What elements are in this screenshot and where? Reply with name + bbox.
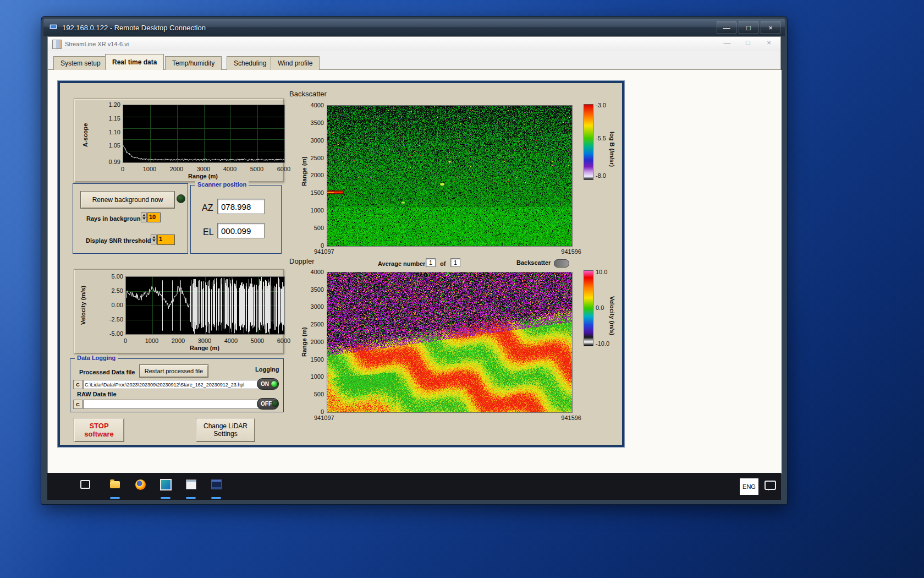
tab-wind-profile[interactable]: Wind profile	[271, 56, 320, 70]
tick-label: 2.50	[101, 287, 123, 294]
processed-path-input[interactable]	[83, 380, 266, 389]
terminal-running-indicator	[211, 497, 221, 499]
rays-spinner[interactable]	[141, 212, 147, 222]
doppler-title: Doppler	[289, 257, 315, 265]
ascope-plot-canvas	[123, 105, 285, 163]
remote-desktop: StreamLine XR v14-6.vi — □ × System setu…	[43, 36, 785, 500]
snr-spinner[interactable]	[151, 235, 157, 244]
tick-label: -3.0	[596, 102, 606, 108]
tick-label: -10.0	[596, 340, 609, 347]
el-value-field[interactable]: 000.099	[217, 223, 265, 238]
taskbar: ENG	[47, 473, 781, 500]
az-value-field[interactable]: 078.998	[217, 199, 265, 214]
backscatter-display-toggle[interactable]	[554, 259, 569, 268]
tick-label: 1.20	[98, 101, 120, 108]
photos-running-indicator	[161, 497, 170, 499]
rays-in-background-label: Rays in background	[86, 215, 144, 222]
average-of-field[interactable]: 1	[450, 258, 460, 267]
app-close-button[interactable]: ×	[763, 39, 775, 47]
raw-data-file-label: RAW Data file	[77, 391, 117, 397]
ascope-graph-group: A-scope 1.20 1.15 1.10 1.05 0.99 0 1000 …	[74, 99, 284, 182]
tick-label: 2000	[169, 337, 188, 344]
rdp-close-button[interactable]: ×	[761, 21, 780, 34]
tick-label: 5000	[248, 337, 267, 344]
terminal-app-icon[interactable]	[210, 478, 222, 490]
tick-label: 3000	[305, 303, 324, 310]
scan-scheduler-app-icon[interactable]	[185, 478, 197, 490]
restart-processed-file-button[interactable]: Restart processed file	[139, 364, 208, 378]
app-minimize-button[interactable]: —	[721, 39, 733, 47]
tick-label: 3000	[305, 137, 324, 144]
velocity-plot-canvas	[125, 276, 285, 335]
app-title: StreamLine XR v14-6.vi	[65, 41, 129, 47]
tab-bar: System setup Real time data Temp/humidit…	[48, 51, 780, 70]
tick-label: 4000	[305, 102, 324, 108]
stop-software-line1: STOP	[89, 422, 108, 430]
doppler-x-start: 941097	[314, 415, 347, 421]
snr-threshold-label: Display SNR threshold	[86, 237, 151, 244]
stop-software-line2: software	[84, 430, 113, 438]
snr-value-field[interactable]: 1	[157, 235, 175, 245]
tick-label: 5000	[248, 166, 266, 172]
tick-label: -8.0	[596, 172, 606, 179]
tick-label: 0.00	[101, 302, 123, 308]
renew-background-button[interactable]: Renew background now	[80, 191, 175, 209]
tick-label: 6000	[274, 337, 293, 344]
tick-label: 0	[113, 166, 132, 172]
tick-label: 1.05	[98, 142, 120, 149]
tab-scheduling[interactable]: Scheduling	[227, 56, 273, 70]
tick-label: 0	[116, 337, 135, 344]
raw-drive-selector[interactable]: C	[73, 400, 82, 409]
tick-label: -5.00	[101, 330, 123, 337]
tick-label: 10.0	[596, 269, 607, 275]
firefox-icon[interactable]	[134, 478, 146, 490]
scan-scheduler-running-indicator	[186, 497, 196, 499]
velocity-x-axis-label: Range (m)	[183, 345, 227, 351]
tab-temp-humidity[interactable]: Temp/humidity	[165, 56, 222, 70]
logging-label: Logging	[255, 366, 279, 373]
rays-value-field[interactable]: 10	[147, 212, 161, 222]
tick-label: 1.10	[98, 129, 120, 135]
rdp-minimize-button[interactable]: —	[717, 21, 736, 34]
raw-path-input[interactable]	[83, 400, 266, 409]
tick-label: 1000	[305, 207, 324, 214]
notifications-icon[interactable]	[765, 481, 776, 490]
file-explorer-icon[interactable]	[109, 478, 121, 490]
tick-label: 1000	[305, 373, 324, 380]
tick-label: 1.15	[98, 115, 120, 122]
processed-logging-led	[271, 380, 278, 388]
scanner-position-title: Scanner position	[195, 181, 249, 188]
tick-label: 1000	[140, 166, 159, 172]
of-label: of	[440, 260, 446, 267]
app-titlebar[interactable]: StreamLine XR v14-6.vi — □ ×	[48, 37, 780, 52]
processed-drive-selector[interactable]: C	[73, 380, 82, 389]
task-view-icon[interactable]	[79, 478, 91, 490]
tick-label: -5.5	[596, 135, 606, 141]
tick-label: 2000	[167, 166, 186, 172]
tick-label: 4000	[221, 166, 239, 172]
tick-label: 2500	[305, 321, 324, 328]
rdp-titlebar[interactable]: 192.168.0.122 - Remote Desktop Connectio…	[43, 19, 785, 36]
backscatter-x-end: 941596	[548, 248, 581, 255]
tab-real-time-data[interactable]: Real time data	[105, 54, 164, 70]
tick-label: 6000	[274, 166, 293, 172]
app-restore-button[interactable]: □	[742, 39, 754, 47]
stop-software-button[interactable]: STOP software	[74, 418, 124, 442]
rdp-title: 192.168.0.122 - Remote Desktop Connectio…	[62, 24, 206, 32]
data-logging-title: Data Logging	[75, 355, 118, 361]
tab-system-setup[interactable]: System setup	[53, 56, 108, 70]
tick-label: 1500	[305, 189, 324, 196]
change-lidar-settings-button[interactable]: Change LiDAR Settings	[196, 418, 255, 442]
rdp-maximize-button[interactable]: □	[739, 21, 758, 34]
language-indicator[interactable]: ENG	[740, 478, 758, 495]
photos-app-icon[interactable]	[160, 478, 172, 490]
tick-label: 0.0	[596, 304, 604, 311]
file-explorer-running-indicator	[110, 497, 120, 499]
backscatter-colorbar-label: log B (/m/sr)	[609, 111, 615, 188]
doppler-heatmap-canvas	[327, 272, 573, 413]
raw-logging-led	[272, 400, 279, 407]
average-number-field[interactable]: 1	[426, 258, 436, 267]
tick-label: 4000	[305, 269, 324, 275]
change-lidar-line1: Change LiDAR	[204, 422, 248, 430]
tick-label: 3000	[194, 166, 213, 172]
